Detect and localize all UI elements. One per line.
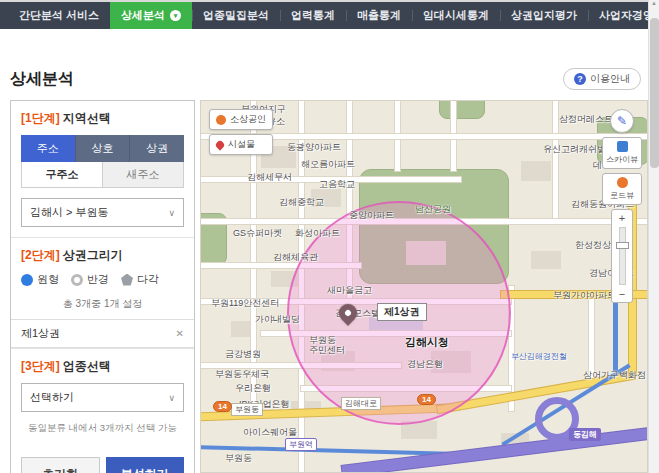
nav-item-location-evaluation[interactable]: 상권입지평가	[500, 2, 588, 29]
nav-item-simple-analysis[interactable]: 간단분석 서비스	[8, 2, 110, 29]
pin-icon	[214, 139, 225, 150]
tab-address[interactable]: 주소	[21, 135, 76, 162]
remove-area-icon[interactable]: ✕	[176, 328, 184, 339]
nav-item-business-history-stats[interactable]: 업력통계	[280, 2, 346, 29]
region-search-tabs: 주소상호상권	[21, 135, 184, 162]
map-layer-controls: 소상공인 시설물	[209, 109, 273, 155]
analysis-panel: [1단계]지역선택 주소상호상권 구주소새주소 김해시 > 부원동 ∨ [2단계…	[10, 100, 195, 473]
tab-store-name[interactable]: 상호	[76, 135, 131, 162]
step1-number: [1단계]	[21, 111, 60, 125]
map-label: 남산공원	[415, 203, 451, 216]
facility-label: 시설물	[228, 138, 255, 151]
map-label: 부원역	[285, 438, 317, 451]
guide-button[interactable]: ? 이용안내	[563, 68, 641, 90]
map-road	[553, 101, 558, 221]
map-label: 동김해	[569, 428, 601, 441]
map-label: 부원119안전센터	[211, 297, 279, 310]
shape-option-label: 원형	[37, 272, 59, 287]
small-business-layer-toggle[interactable]: 소상공인	[209, 109, 273, 130]
draw-tool-button[interactable]: ✎	[610, 109, 634, 133]
trade-area-list-item[interactable]: 제1상권 ✕	[11, 319, 194, 348]
facility-layer-toggle[interactable]: 시설물	[209, 134, 273, 155]
map-label: 부원동	[231, 403, 263, 416]
shape-option-polygon[interactable]: 다각	[121, 272, 159, 287]
tab-trade-area[interactable]: 상권	[130, 135, 184, 162]
scrollbar-thumb[interactable]	[650, 18, 659, 168]
roadview-icon	[617, 177, 628, 188]
scroll-up-icon[interactable]: ▲	[651, 0, 657, 6]
map-label: 부산김해경전철	[511, 351, 567, 362]
skyview-icon	[617, 141, 628, 152]
industry-select-value: 선택하기	[30, 390, 74, 405]
nav-item-detailed-analysis[interactable]: 상세분석▾	[110, 2, 192, 29]
step2-heading: 상권그리기	[63, 248, 123, 262]
store-icon	[216, 115, 226, 125]
zoom-out-button[interactable]: −	[612, 288, 632, 300]
route-badge: 14	[213, 401, 232, 412]
shape-option-label: 반경	[87, 272, 109, 287]
map-label: 김해체육관	[273, 251, 318, 264]
region-select[interactable]: 김해시 > 부원동 ∨	[21, 198, 184, 227]
map-label: 고음학교	[319, 178, 355, 191]
shape-option-circle[interactable]: 원형	[21, 272, 59, 287]
top-navigation: 간단분석 서비스상세분석▾업종밀집분석업력통계매출통계임대시세통계상권입지평가사…	[0, 2, 659, 29]
map-label: 우리은행	[235, 382, 271, 395]
map-label: 화성아파트	[295, 227, 340, 240]
step2-title: [2단계]상권그리기	[21, 247, 184, 264]
analyze-button[interactable]: 분석하기	[106, 457, 185, 473]
guide-button-label: 이용안내	[590, 72, 630, 86]
map-road	[589, 291, 594, 381]
zoom-in-button[interactable]: +	[612, 212, 632, 224]
trade-area-item-label: 제1상권	[21, 326, 60, 341]
nav-item-rent-price-stats[interactable]: 임대시세통계	[412, 2, 500, 29]
map-view-controls: ✎ 스카이뷰 로드뷰 + −	[602, 109, 642, 303]
page-title: 상세분석	[10, 69, 74, 90]
skyview-button[interactable]: 스카이뷰	[602, 137, 642, 169]
step3-industry-select: [3단계]업종선택 선택하기 ∨ 동일분류 내에서 3개까지 선택 가능	[11, 348, 194, 445]
map-label: 김해중학교	[279, 196, 324, 209]
industry-select-hint: 동일분류 내에서 3개까지 선택 가능	[21, 422, 184, 435]
nav-item-industry-density[interactable]: 업종밀집분석	[192, 2, 280, 29]
area-count-status: 총 3개중 1개 설정	[21, 297, 184, 311]
industry-select[interactable]: 선택하기 ∨	[21, 383, 184, 412]
step2-number: [2단계]	[21, 248, 60, 262]
shape-option-label: 다각	[137, 272, 159, 287]
subtab-old-address[interactable]: 구주소	[22, 162, 102, 187]
shape-option-radius[interactable]: 반경	[71, 272, 109, 287]
step3-number: [3단계]	[21, 359, 60, 373]
main-area: [1단계]지역선택 주소상호상권 구주소새주소 김해시 > 부원동 ∨ [2단계…	[0, 100, 659, 473]
map-building	[521, 161, 551, 181]
step3-heading: 업종선택	[63, 359, 111, 373]
map-label: 가야내빌딩	[255, 313, 300, 326]
map-park	[439, 100, 485, 119]
map-label: 부원동	[225, 452, 252, 465]
small-business-label: 소상공인	[230, 113, 266, 126]
subtab-new-address[interactable]: 새주소	[102, 162, 183, 187]
map-label: 중앙아파트	[349, 209, 394, 222]
route-badge: 14	[417, 394, 436, 405]
map-label: 부원동우체국	[215, 368, 269, 381]
zoom-control: + −	[611, 209, 633, 303]
map-canvas[interactable]: 제1상권 부원여지구9K주유소삼정머레스트빌동광양아파트해오름아파트유신고려캐쉬…	[200, 100, 648, 473]
map-label: 새마을금고	[327, 284, 372, 297]
polygon-icon	[121, 274, 133, 286]
nav-item-sales-stats[interactable]: 매출통계	[346, 2, 412, 29]
map-label: 김해세무서	[247, 171, 292, 184]
radius-icon	[71, 274, 83, 286]
roadview-label: 로드뷰	[610, 190, 634, 201]
reset-button[interactable]: 초기화	[21, 457, 100, 473]
page-scrollbar[interactable]: ▲	[648, 0, 659, 473]
map-label: 김해대로	[341, 397, 381, 410]
roadview-button[interactable]: 로드뷰	[602, 173, 642, 205]
zoom-slider-handle[interactable]	[616, 242, 629, 249]
circle-icon	[21, 274, 33, 286]
panel-buttons: 초기화 분석하기	[11, 445, 194, 473]
step3-title: [3단계]업종선택	[21, 358, 184, 375]
map-label: 김해시청	[405, 335, 449, 350]
map-label: 금강병원	[225, 348, 261, 361]
region-select-value: 김해시 > 부원동	[30, 205, 109, 220]
content-header: 상세분석 ? 이용안내	[0, 29, 659, 100]
trade-area-label: 제1상권	[377, 303, 427, 321]
map-label: 해오름아파트	[301, 158, 355, 171]
zoom-slider[interactable]	[619, 227, 626, 285]
